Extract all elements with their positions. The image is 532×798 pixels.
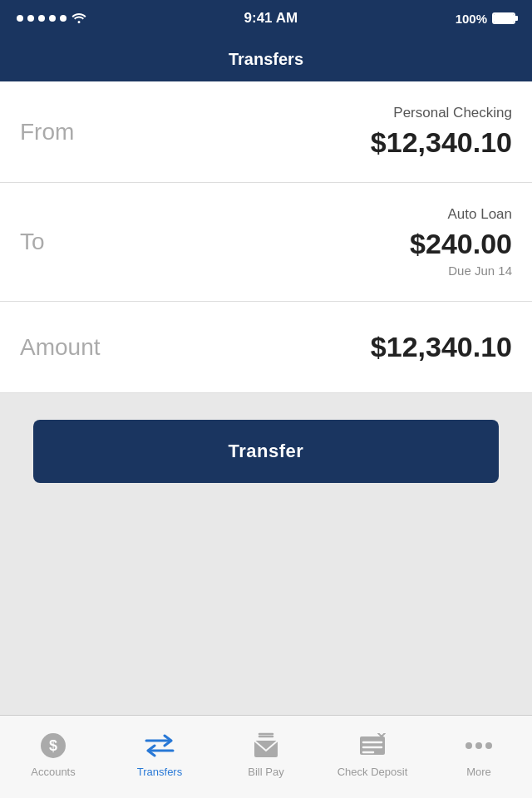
to-account-name: Auto Loan <box>410 206 512 223</box>
accounts-icon: $ <box>38 731 68 761</box>
tab-accounts-label: Accounts <box>31 766 75 778</box>
tab-bar: $ Accounts Transfers <box>0 715 532 798</box>
button-area: Transfer <box>0 393 532 510</box>
nav-header: Transfers <box>0 37 532 81</box>
battery-icon <box>492 12 515 24</box>
from-values: Personal Checking $12,340.10 <box>371 105 512 159</box>
svg-point-12 <box>475 742 482 749</box>
transfer-button[interactable]: Transfer <box>33 420 499 483</box>
tab-checkdeposit[interactable]: Check Deposit <box>319 716 426 798</box>
from-amount: $12,340.10 <box>371 126 512 159</box>
status-left <box>17 12 86 26</box>
from-label: From <box>20 119 74 145</box>
status-right: 100% <box>456 12 515 26</box>
tab-more-label: More <box>466 766 491 778</box>
to-due-date: Due Jun 14 <box>410 264 512 278</box>
more-icon <box>464 731 494 761</box>
tab-transfers[interactable]: Transfers <box>106 716 213 798</box>
transfers-icon <box>145 731 175 761</box>
tab-transfers-label: Transfers <box>137 766 182 778</box>
page-title: Transfers <box>229 50 303 69</box>
status-bar: 9:41 AM 100% <box>0 0 532 37</box>
status-time: 9:41 AM <box>244 10 298 27</box>
billpay-icon <box>251 731 281 761</box>
signal-dots <box>17 15 66 22</box>
svg-text:$: $ <box>49 737 57 754</box>
amount-label: Amount <box>20 334 101 361</box>
tab-accounts[interactable]: $ Accounts <box>0 716 106 798</box>
from-account-name: Personal Checking <box>371 105 512 121</box>
tab-checkdeposit-label: Check Deposit <box>337 766 408 778</box>
amount-row[interactable]: Amount $12,340.10 <box>0 302 532 393</box>
svg-point-13 <box>485 742 492 749</box>
tab-billpay[interactable]: Bill Pay <box>213 716 319 798</box>
amount-value: $12,340.10 <box>371 331 512 363</box>
to-values: Auto Loan $240.00 Due Jun 14 <box>410 206 512 278</box>
svg-point-11 <box>466 742 472 749</box>
tab-billpay-label: Bill Pay <box>248 766 283 778</box>
to-amount: $240.00 <box>410 228 512 260</box>
checkdeposit-icon <box>357 731 387 761</box>
from-row[interactable]: From Personal Checking $12,340.10 <box>0 81 532 183</box>
tab-more[interactable]: More <box>426 716 532 798</box>
wifi-icon <box>71 12 86 26</box>
to-label: To <box>20 229 45 255</box>
battery-percentage: 100% <box>456 12 487 26</box>
to-row[interactable]: To Auto Loan $240.00 Due Jun 14 <box>0 183 532 302</box>
